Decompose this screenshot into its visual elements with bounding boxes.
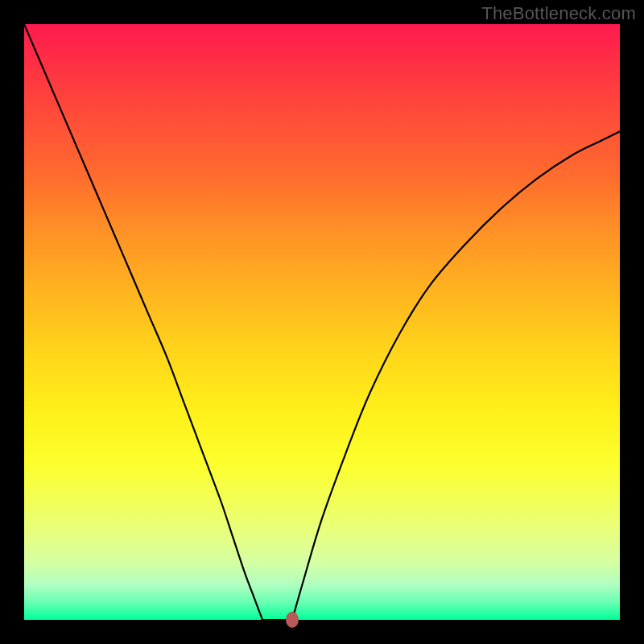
minimum-marker [286,612,299,628]
watermark-text: TheBottleneck.com [481,3,636,24]
bottleneck-curve [24,24,620,620]
curve-path [24,24,620,620]
chart-frame: TheBottleneck.com [0,0,644,644]
plot-area [24,24,620,620]
